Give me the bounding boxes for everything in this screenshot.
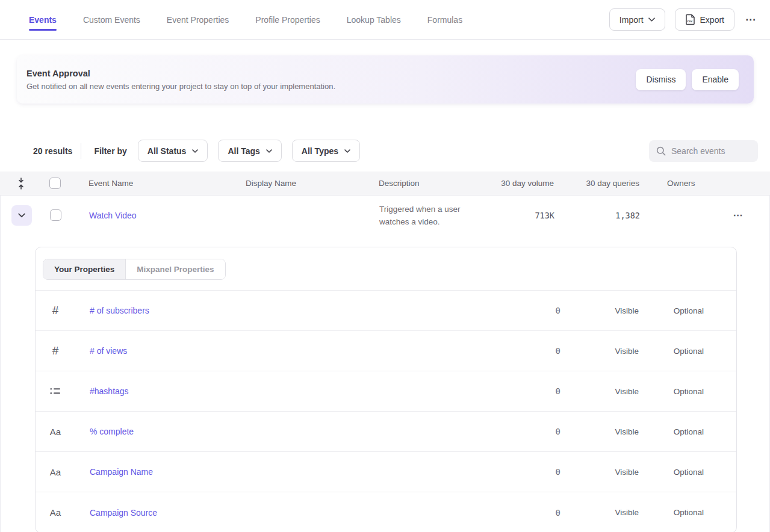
chevron-down-icon — [192, 149, 198, 153]
event-approval-banner: Event Approval Get notified on all new e… — [17, 55, 754, 104]
text-icon: Aa — [50, 467, 61, 477]
property-row: # # of views 0 Visible Optional — [36, 331, 736, 371]
ellipsis-icon: ⋯ — [733, 210, 744, 220]
tab-event-properties[interactable]: Event Properties — [167, 0, 229, 39]
expanded-event-group: Watch Video Triggered when a user watche… — [0, 196, 770, 532]
hash-icon: # — [52, 344, 59, 357]
visibility-value[interactable]: Visible — [560, 427, 639, 436]
chevron-down-icon — [266, 149, 272, 153]
chevron-down-icon — [344, 149, 350, 153]
list-icon — [50, 387, 61, 395]
search-input[interactable] — [671, 146, 751, 156]
col-event-name: Event Name — [88, 179, 246, 188]
row-more-button[interactable]: ⋯ — [733, 209, 744, 221]
visibility-value[interactable]: Visible — [560, 347, 639, 356]
queries-value: 1,382 — [554, 211, 640, 220]
chevron-down-icon — [648, 17, 655, 22]
chevron-down-icon — [18, 213, 25, 218]
tab-profile-properties[interactable]: Profile Properties — [255, 0, 320, 39]
requirement-value[interactable]: Optional — [639, 468, 704, 477]
filter-bar: 20 results Filter by All Status All Tags… — [0, 140, 770, 162]
visibility-value[interactable]: Visible — [560, 508, 639, 517]
divider — [81, 143, 81, 159]
hash-icon: # — [52, 304, 59, 317]
search-box[interactable] — [649, 140, 758, 162]
tab-events[interactable]: Events — [29, 0, 57, 39]
property-name-link[interactable]: # of views — [90, 346, 127, 356]
banner-title: Event Approval — [26, 69, 335, 78]
nav-more-button[interactable]: ⋯ — [744, 11, 758, 28]
col-owners: Owners — [639, 179, 724, 188]
property-name-link[interactable]: Campaign Source — [90, 508, 157, 518]
row-checkbox[interactable] — [50, 209, 61, 221]
export-button-label: Export — [700, 15, 724, 25]
properties-card: Your Properties Mixpanel Properties # # … — [35, 247, 737, 532]
tab-mixpanel-properties[interactable]: Mixpanel Properties — [126, 259, 225, 279]
row-collapse-button[interactable] — [11, 205, 32, 226]
csv-file-icon: csv — [685, 14, 695, 25]
col-queries: 30 day queries — [554, 179, 639, 188]
dismiss-button[interactable]: Dismiss — [636, 69, 686, 90]
results-count: 20 results — [33, 146, 72, 156]
property-name-link[interactable]: % complete — [90, 427, 134, 436]
tab-formulas[interactable]: Formulas — [427, 0, 462, 39]
types-filter-label: All Types — [302, 146, 338, 156]
text-icon: Aa — [50, 427, 61, 437]
ellipsis-icon: ⋯ — [745, 14, 757, 25]
property-row: Aa % complete 0 Visible Optional — [36, 412, 736, 452]
types-filter-dropdown[interactable]: All Types — [292, 140, 360, 162]
enable-button[interactable]: Enable — [692, 69, 739, 90]
property-row: Aa Campaign Name 0 Visible Optional — [36, 452, 736, 492]
property-value: 0 — [500, 467, 560, 477]
col-volume: 30 day volume — [494, 179, 554, 188]
property-name-link[interactable]: #hashtags — [90, 386, 129, 396]
property-row: Aa Campaign Source 0 Visible Optional — [36, 492, 736, 532]
requirement-value[interactable]: Optional — [639, 508, 704, 517]
event-row: Watch Video Triggered when a user watche… — [1, 196, 769, 235]
tab-lookup-tables[interactable]: Lookup Tables — [347, 0, 401, 39]
top-nav: Events Custom Events Event Properties Pr… — [0, 0, 770, 40]
property-row: # # of subscribers 0 Visible Optional — [36, 291, 736, 331]
import-button-label: Import — [619, 15, 644, 25]
property-name-link[interactable]: Campaign Name — [90, 467, 153, 477]
search-icon — [656, 146, 666, 156]
property-value: 0 — [500, 508, 560, 518]
table-header: Event Name Display Name Description 30 d… — [0, 172, 770, 196]
col-display-name: Display Name — [246, 179, 379, 188]
export-button[interactable]: csv Export — [675, 8, 734, 31]
property-row: #hashtags 0 Visible Optional — [36, 371, 736, 412]
event-description: Triggered when a user watches a video. — [379, 203, 494, 228]
tags-filter-label: All Tags — [228, 146, 259, 156]
banner-subtitle: Get notified on all new events entering … — [26, 82, 335, 91]
filter-by-label: Filter by — [94, 146, 126, 156]
requirement-value[interactable]: Optional — [639, 347, 704, 356]
tab-custom-events[interactable]: Custom Events — [83, 0, 140, 39]
collapse-all-button[interactable] — [17, 178, 25, 190]
property-value: 0 — [500, 306, 560, 315]
requirement-value[interactable]: Optional — [639, 427, 704, 436]
property-name-link[interactable]: # of subscribers — [90, 306, 149, 315]
tab-your-properties[interactable]: Your Properties — [43, 259, 126, 279]
col-description: Description — [379, 179, 494, 188]
visibility-value[interactable]: Visible — [560, 306, 639, 315]
properties-tabs: Your Properties Mixpanel Properties — [43, 259, 226, 280]
requirement-value[interactable]: Optional — [639, 387, 704, 396]
property-value: 0 — [500, 346, 560, 356]
requirement-value[interactable]: Optional — [639, 306, 704, 315]
import-button[interactable]: Import — [609, 8, 665, 31]
visibility-value[interactable]: Visible — [560, 387, 639, 396]
visibility-value[interactable]: Visible — [560, 468, 639, 477]
collapse-all-icon — [17, 178, 25, 190]
select-all-checkbox[interactable] — [49, 178, 61, 189]
svg-text:csv: csv — [687, 19, 693, 23]
status-filter-dropdown[interactable]: All Status — [138, 140, 208, 162]
tags-filter-dropdown[interactable]: All Tags — [218, 140, 281, 162]
event-name-link[interactable]: Watch Video — [89, 211, 137, 220]
nav-tabs: Events Custom Events Event Properties Pr… — [29, 0, 462, 39]
property-value: 0 — [500, 427, 560, 436]
text-icon: Aa — [50, 507, 61, 518]
volume-value: 713K — [494, 211, 554, 220]
status-filter-label: All Status — [147, 146, 187, 156]
property-value: 0 — [500, 386, 560, 396]
